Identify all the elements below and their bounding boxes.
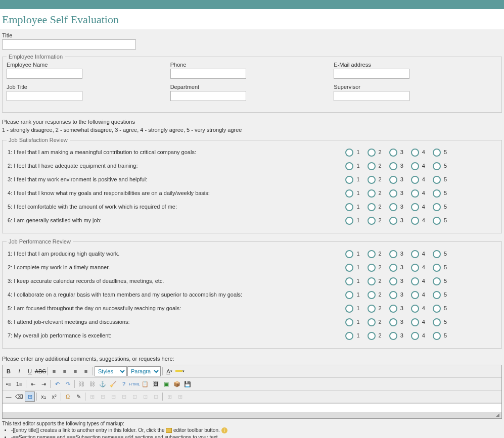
rating-option[interactable]: 5 xyxy=(430,188,447,198)
rating-option[interactable]: 2 xyxy=(365,215,382,225)
rating-radio[interactable] xyxy=(368,250,376,258)
rating-radio[interactable] xyxy=(389,332,397,340)
align-justify-icon[interactable]: ≡ xyxy=(81,366,91,376)
rating-radio[interactable] xyxy=(345,217,353,225)
styles-select[interactable]: Styles xyxy=(95,366,127,376)
rating-option[interactable]: 4 xyxy=(408,188,425,198)
rating-radio[interactable] xyxy=(433,217,441,225)
rating-option[interactable]: 1 xyxy=(343,147,359,157)
rating-radio[interactable] xyxy=(345,318,353,326)
email-input[interactable] xyxy=(334,69,409,79)
rating-radio[interactable] xyxy=(389,162,397,170)
rating-radio[interactable] xyxy=(345,149,353,157)
rating-option[interactable]: 5 xyxy=(430,215,447,225)
rating-option[interactable]: 2 xyxy=(365,188,382,198)
rating-option[interactable]: 1 xyxy=(343,303,359,313)
undo-icon[interactable]: ↶ xyxy=(52,379,62,389)
rating-radio[interactable] xyxy=(389,149,397,157)
rating-option[interactable]: 4 xyxy=(408,147,425,157)
subscript-icon[interactable]: x₂ xyxy=(38,392,49,402)
rating-option[interactable]: 2 xyxy=(365,161,382,170)
rating-radio[interactable] xyxy=(368,318,376,326)
rating-radio[interactable] xyxy=(389,176,397,184)
rating-radio[interactable] xyxy=(345,332,353,340)
rating-radio[interactable] xyxy=(368,203,376,211)
rating-option[interactable]: 1 xyxy=(343,202,359,211)
rating-option[interactable]: 5 xyxy=(430,161,447,170)
paste-icon[interactable]: 📋 xyxy=(140,379,150,389)
table-merge-icon[interactable]: ⊞ xyxy=(175,392,185,402)
rating-option[interactable]: 5 xyxy=(430,317,447,326)
rating-option[interactable]: 2 xyxy=(365,317,382,326)
rating-option[interactable]: 2 xyxy=(365,330,382,340)
rating-radio[interactable] xyxy=(345,305,353,313)
rating-option[interactable]: 3 xyxy=(387,276,403,285)
save-icon[interactable]: 💾 xyxy=(182,379,193,389)
rating-radio[interactable] xyxy=(368,217,376,225)
rating-option[interactable]: 4 xyxy=(408,215,425,225)
rating-option[interactable]: 4 xyxy=(408,289,425,299)
rating-radio[interactable] xyxy=(433,332,441,340)
rating-radio[interactable] xyxy=(411,291,419,299)
rating-radio[interactable] xyxy=(411,189,419,198)
rating-option[interactable]: 3 xyxy=(387,215,403,225)
rating-radio[interactable] xyxy=(433,264,441,272)
number-list-icon[interactable]: 1≡ xyxy=(14,379,24,389)
employee-name-input[interactable] xyxy=(7,69,82,79)
table-delete-row-icon[interactable]: ⊟ xyxy=(119,392,129,402)
rating-radio[interactable] xyxy=(368,291,376,299)
rating-option[interactable]: 4 xyxy=(408,303,425,313)
rating-option[interactable]: 5 xyxy=(430,147,447,157)
rating-option[interactable]: 1 xyxy=(343,188,359,198)
rating-option[interactable]: 5 xyxy=(430,249,447,258)
rating-radio[interactable] xyxy=(368,149,376,157)
rating-radio[interactable] xyxy=(411,318,419,326)
visual-aid-icon[interactable]: ⊞ xyxy=(25,392,35,402)
rating-radio[interactable] xyxy=(433,149,441,157)
rating-radio[interactable] xyxy=(433,291,441,299)
rating-option[interactable]: 3 xyxy=(387,262,403,272)
rating-radio[interactable] xyxy=(368,176,376,184)
rating-radio[interactable] xyxy=(345,203,353,211)
rating-radio[interactable] xyxy=(389,264,397,272)
title-input[interactable] xyxy=(2,39,136,50)
media-icon[interactable]: ▣ xyxy=(161,379,171,389)
rating-radio[interactable] xyxy=(433,203,441,211)
bullet-list-icon[interactable]: •≡ xyxy=(4,379,14,389)
rating-radio[interactable] xyxy=(389,189,397,198)
rating-option[interactable]: 3 xyxy=(387,202,403,211)
rating-radio[interactable] xyxy=(389,217,397,225)
table-col-after-icon[interactable]: ⊡ xyxy=(140,392,150,402)
rating-radio[interactable] xyxy=(389,318,397,326)
unlink-icon[interactable]: ⛓ xyxy=(87,379,97,389)
package-icon[interactable]: 📦 xyxy=(172,379,182,389)
supervisor-input[interactable] xyxy=(334,91,409,101)
rating-option[interactable]: 1 xyxy=(343,289,359,299)
align-right-icon[interactable]: ≡ xyxy=(70,366,80,376)
rating-option[interactable]: 5 xyxy=(430,174,447,184)
rating-radio[interactable] xyxy=(411,305,419,313)
special-char-icon[interactable]: Ω xyxy=(63,392,73,402)
align-left-icon[interactable]: ≡ xyxy=(49,366,59,376)
rating-radio[interactable] xyxy=(368,264,376,272)
rating-option[interactable]: 2 xyxy=(365,276,382,285)
editor-content-area[interactable] xyxy=(3,403,501,412)
outdent-icon[interactable]: ⇤ xyxy=(28,379,38,389)
rating-radio[interactable] xyxy=(368,189,376,198)
rating-radio[interactable] xyxy=(389,305,397,313)
rating-option[interactable]: 2 xyxy=(365,303,382,313)
rating-radio[interactable] xyxy=(433,318,441,326)
rating-option[interactable]: 2 xyxy=(365,289,382,299)
rating-option[interactable]: 3 xyxy=(387,147,403,157)
bold-icon[interactable]: B xyxy=(4,366,14,376)
phone-input[interactable] xyxy=(170,69,246,79)
align-center-icon[interactable]: ≡ xyxy=(60,366,70,376)
anchor-icon[interactable]: ⚓ xyxy=(98,379,108,389)
superscript-icon[interactable]: x² xyxy=(49,392,59,402)
rating-option[interactable]: 4 xyxy=(408,174,425,184)
rating-option[interactable]: 5 xyxy=(430,202,447,211)
edit-icon[interactable]: ✎ xyxy=(73,392,83,402)
rating-option[interactable]: 4 xyxy=(408,161,425,170)
table-row-after-icon[interactable]: ⊟ xyxy=(108,392,118,402)
rating-option[interactable]: 1 xyxy=(343,276,359,285)
